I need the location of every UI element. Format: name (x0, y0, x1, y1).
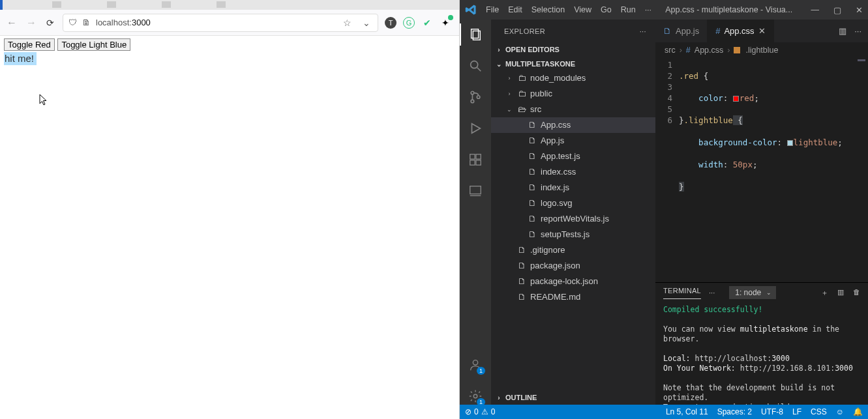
status-eol[interactable]: LF (792, 407, 801, 416)
terminal-selector[interactable]: 1: node⌄ (729, 286, 776, 299)
file-readme[interactable]: 🗋README.md (491, 289, 655, 305)
site-info-icon[interactable]: 🗎 (82, 18, 91, 27)
folder-src[interactable]: ⌄🗁src (491, 102, 655, 117)
extensions-activity-icon[interactable] (467, 151, 484, 168)
file-index-js[interactable]: 🗋index.js (491, 180, 655, 195)
window-maximize-icon[interactable]: ▢ (833, 5, 841, 15)
toggle-lightblue-button[interactable]: Toggle Light Blue (57, 38, 130, 51)
file-package-lock[interactable]: 🗋package-lock.json (491, 274, 655, 289)
menu-selection[interactable]: Selection (531, 5, 565, 14)
vscode-logo-icon (465, 4, 477, 16)
explorer-more-icon[interactable]: ··· (640, 27, 646, 35)
reload-button[interactable]: ⟳ (44, 18, 56, 28)
remote-activity-icon[interactable] (467, 182, 484, 199)
explorer-title: EXPLORER (504, 27, 545, 35)
extensions-menu-icon[interactable]: ✦ (440, 17, 451, 29)
accounts-activity-icon[interactable]: 1 (467, 356, 484, 373)
status-bell-icon[interactable]: 🔔 (853, 407, 863, 416)
svg-rect-10 (470, 160, 475, 165)
editor-tab-bar: 🗋App.js #App.css✕ ▥ ··· (655, 20, 868, 42)
project-root-section[interactable]: ⌄MULTIPLETASKONE (491, 59, 655, 69)
file-reportwebvitals[interactable]: 🗋reportWebVitals.js (491, 211, 655, 227)
terminal-new-icon[interactable]: ＋ (821, 288, 828, 298)
breadcrumb-symbol-icon (734, 47, 740, 53)
svg-line-3 (477, 68, 481, 72)
crumb-src[interactable]: src (665, 46, 676, 55)
crumb-lightblue[interactable]: .lightblue (745, 46, 778, 55)
status-encoding[interactable]: UTF-8 (761, 407, 783, 416)
code-editor[interactable]: 1 2 3 4 5 6 .red { color: red; }.lightbl… (655, 58, 868, 282)
terminal-tab[interactable]: TERMINAL (663, 287, 701, 299)
menu-run[interactable]: Run (621, 5, 636, 14)
extension-g-icon[interactable]: G (403, 17, 415, 29)
menu-view[interactable]: View (574, 5, 591, 14)
file-logo-svg[interactable]: 🗋logo.svg (491, 195, 655, 211)
svg-rect-8 (470, 154, 475, 159)
editor-more-icon[interactable]: ··· (854, 26, 861, 36)
activity-bar: 1 1 (460, 20, 491, 405)
browser-window: ← → ⟳ 🛡 🗎 localhost:3000 ☆ ⌄ T G ✔ ✦ Tog… (0, 0, 460, 419)
svg-point-15 (473, 394, 477, 398)
editor-split-icon[interactable]: ▥ (839, 26, 846, 36)
vscode-window: File Edit Selection View Go Run ··· App.… (460, 0, 868, 419)
explorer-activity-icon[interactable] (467, 26, 484, 43)
menu-more-icon[interactable]: ··· (645, 5, 651, 14)
file-app-js[interactable]: 🗋App.js (491, 133, 655, 149)
toggle-red-button[interactable]: Toggle Red (4, 38, 55, 51)
file-package-json[interactable]: 🗋package.json (491, 258, 655, 274)
settings-activity-icon[interactable]: 1 (467, 388, 484, 405)
extension-shield-icon[interactable]: ✔ (421, 17, 433, 29)
svg-rect-11 (476, 160, 481, 165)
pocket-icon[interactable]: ⌄ (361, 17, 372, 29)
status-cursor-pos[interactable]: Ln 5, Col 11 (666, 407, 708, 416)
window-close-icon[interactable]: ✕ (856, 5, 863, 15)
file-setuptests[interactable]: 🗋setupTests.js (491, 227, 655, 242)
vscode-titlebar: File Edit Selection View Go Run ··· App.… (460, 0, 868, 20)
status-indent[interactable]: Spaces: 2 (717, 407, 752, 416)
crumb-appcss[interactable]: App.css (695, 46, 723, 55)
svg-point-5 (471, 100, 474, 103)
mouse-cursor-icon (39, 94, 50, 107)
tab-app-js[interactable]: 🗋App.js (655, 20, 708, 42)
svg-rect-9 (476, 154, 481, 159)
folder-node-modules[interactable]: ›🗀node_modules (491, 70, 655, 86)
terminal-split-icon[interactable]: ▥ (837, 288, 844, 298)
status-feedback-icon[interactable]: ☺ (836, 407, 844, 416)
tab-app-css[interactable]: #App.css✕ (708, 20, 773, 42)
forward-button[interactable]: → (25, 17, 38, 29)
svg-point-4 (471, 91, 474, 94)
file-gitignore[interactable]: 🗋.gitignore (491, 242, 655, 258)
run-debug-activity-icon[interactable] (467, 120, 484, 137)
search-activity-icon[interactable] (467, 57, 484, 74)
outline-section[interactable]: ›OUTLINE (491, 392, 655, 403)
tracking-shield-icon[interactable]: 🛡 (68, 18, 77, 27)
browser-navbar: ← → ⟳ 🛡 🗎 localhost:3000 ☆ ⌄ T G ✔ ✦ (0, 10, 459, 36)
folder-public[interactable]: ›🗀public (491, 86, 655, 102)
open-editors-section[interactable]: ›OPEN EDITORS (491, 44, 655, 55)
svg-marker-7 (472, 124, 481, 134)
breadcrumbs[interactable]: src› #App.css› .lightblue (655, 42, 868, 58)
file-index-css[interactable]: 🗋index.css (491, 164, 655, 180)
terminal-kill-icon[interactable]: 🗑 (853, 288, 860, 298)
status-errors[interactable]: ⊘0⚠0 (465, 407, 495, 416)
extension-t-icon[interactable]: T (385, 17, 397, 29)
tab-close-icon[interactable]: ✕ (758, 26, 766, 36)
code-content[interactable]: .red { color: red; }.lightblue { backgro… (679, 58, 855, 282)
back-button[interactable]: ← (5, 17, 18, 29)
svg-point-2 (471, 61, 478, 68)
browser-page: Toggle Red Toggle Light Blue hit me! (0, 36, 459, 419)
status-language[interactable]: CSS (811, 407, 827, 416)
file-app-css[interactable]: 🗋App.css (491, 117, 655, 133)
terminal-output[interactable]: Compiled successfully! You can now view … (655, 302, 868, 405)
bookmark-star-icon[interactable]: ☆ (341, 17, 353, 29)
terminal-more-icon[interactable]: ··· (709, 289, 715, 296)
browser-tabstrip (0, 0, 459, 10)
minimap[interactable] (855, 58, 868, 282)
menu-edit[interactable]: Edit (508, 5, 522, 14)
source-control-activity-icon[interactable] (467, 89, 484, 106)
url-bar[interactable]: 🛡 🗎 localhost:3000 ☆ ⌄ (63, 14, 378, 32)
file-app-test-js[interactable]: 🗋App.test.js (491, 149, 655, 164)
menu-go[interactable]: Go (601, 5, 612, 14)
window-minimize-icon[interactable]: — (811, 5, 819, 15)
menu-file[interactable]: File (486, 5, 499, 14)
